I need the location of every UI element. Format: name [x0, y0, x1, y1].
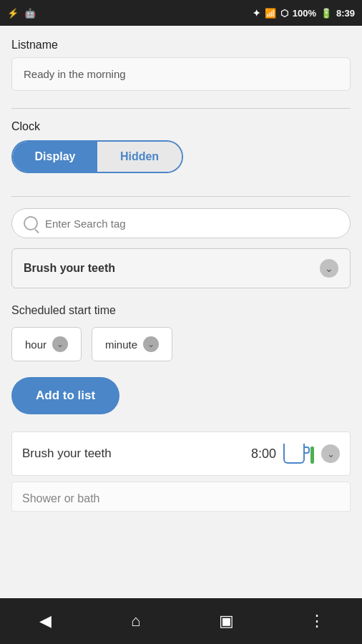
recents-button[interactable]: ▣: [210, 605, 242, 637]
card-brush-teeth: Brush your teeth 8:00 ⌄: [11, 431, 351, 476]
card-row: Brush your teeth 8:00 ⌄: [22, 444, 340, 464]
minute-picker[interactable]: minute ⌄: [92, 327, 172, 361]
clock-toggle: Display Hidden: [11, 140, 183, 173]
listname-input[interactable]: [11, 57, 351, 91]
green-bar: [310, 447, 314, 464]
clock-section: Clock Display Hidden: [11, 120, 351, 173]
card-shower: Shower or bath: [11, 482, 351, 512]
cup-handle: [304, 447, 310, 454]
task-dropdown-label: Brush your teeth: [24, 262, 115, 275]
home-button[interactable]: ⌂: [120, 605, 152, 637]
search-tag-input[interactable]: [45, 218, 338, 230]
battery-icon: 🔋: [321, 8, 332, 19]
usb-icon: ⚡: [7, 8, 19, 19]
clock-label: Clock: [11, 120, 351, 133]
card-shower-title: Shower or bath: [22, 492, 100, 504]
card-time: 8:00: [251, 447, 276, 462]
card-title: Brush your teeth: [22, 447, 112, 461]
battery-text: 100%: [293, 8, 316, 19]
hour-picker[interactable]: hour ⌄: [11, 327, 82, 361]
search-icon: [24, 216, 38, 230]
time-pickers: hour ⌄ minute ⌄: [11, 327, 351, 361]
hour-chevron-icon: ⌄: [52, 336, 68, 352]
status-bar: ⚡ 🤖 ✦ 📶 ⬡ 100% 🔋 8:39: [0, 0, 362, 26]
minute-chevron-icon: ⌄: [143, 336, 159, 352]
cup-shape: [283, 444, 305, 464]
hidden-tab[interactable]: Hidden: [97, 142, 182, 172]
task-dropdown-chevron: ⌄: [320, 259, 338, 278]
status-bar-right: ✦ 📶 ⬡ 100% 🔋 8:39: [253, 8, 355, 19]
signal-icon: 📶: [265, 8, 276, 19]
android-icon: 🤖: [24, 8, 36, 19]
cup-battery-icon: [283, 444, 314, 464]
wifi-icon: ⬡: [280, 8, 288, 19]
add-to-list-button[interactable]: Add to list: [11, 377, 119, 414]
divider-1: [11, 108, 351, 109]
minute-label: minute: [105, 338, 137, 351]
clock-time: 8:39: [336, 8, 355, 19]
scheduled-start-label: Scheduled start time: [11, 304, 351, 317]
card-right: 8:00 ⌄: [251, 444, 340, 464]
back-button[interactable]: ◀: [29, 605, 61, 637]
display-tab[interactable]: Display: [13, 142, 97, 172]
hour-label: hour: [25, 338, 47, 351]
card-chevron-icon[interactable]: ⌄: [321, 444, 340, 463]
main-content: Listname Clock Display Hidden Brush your…: [0, 26, 362, 598]
search-tag-container[interactable]: [11, 208, 351, 238]
bottom-nav: ◀ ⌂ ▣ ⋮: [0, 598, 362, 644]
listname-label: Listname: [11, 39, 351, 52]
menu-button[interactable]: ⋮: [301, 605, 333, 637]
bluetooth-icon: ✦: [253, 8, 260, 19]
divider-2: [11, 196, 351, 197]
task-dropdown[interactable]: Brush your teeth ⌄: [11, 248, 351, 288]
status-bar-left: ⚡ 🤖: [7, 8, 36, 19]
